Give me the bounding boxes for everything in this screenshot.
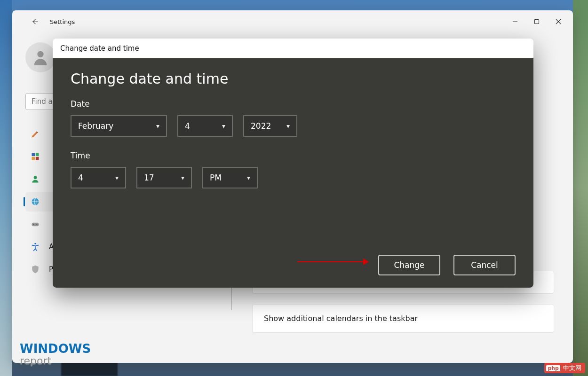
- minimize-icon: [512, 19, 518, 24]
- active-indicator: [24, 197, 25, 206]
- chevron-down-icon: ▾: [286, 122, 290, 130]
- svg-point-1: [37, 51, 43, 57]
- hour-selector[interactable]: 4 ▾: [71, 167, 126, 188]
- change-date-time-dialog: Change date and time Change date and tim…: [53, 39, 533, 288]
- ampm-value: PM: [210, 173, 222, 182]
- minimize-button[interactable]: [504, 13, 526, 31]
- wallpaper-left: [0, 0, 12, 376]
- dialog-actions: Change Cancel: [71, 250, 516, 275]
- annotation-arrow: [297, 258, 369, 265]
- back-button[interactable]: [25, 12, 44, 31]
- watermark-php-cn: php 中文网: [544, 363, 585, 373]
- dialog-titlebar: Change date and time: [53, 39, 533, 58]
- month-selector[interactable]: February ▾: [71, 115, 167, 137]
- time-selector-row: 4 ▾ 17 ▾ PM ▾: [71, 167, 516, 188]
- chevron-down-icon: ▾: [156, 122, 159, 130]
- globe-clock-icon: [30, 196, 40, 207]
- person-icon: [31, 48, 50, 67]
- window-controls: [504, 13, 569, 31]
- avatar: [25, 42, 56, 72]
- window-title: Settings: [50, 18, 75, 25]
- dialog-body: Change date and time Date February ▾ 4 ▾…: [53, 58, 533, 288]
- chevron-down-icon: ▾: [222, 122, 225, 130]
- svg-rect-5: [36, 157, 39, 160]
- day-value: 4: [185, 121, 190, 131]
- date-label: Date: [71, 99, 516, 109]
- chevron-down-icon: ▾: [247, 174, 250, 181]
- month-value: February: [78, 121, 113, 131]
- svg-rect-3: [36, 153, 39, 157]
- ampm-selector[interactable]: PM ▾: [202, 167, 258, 188]
- minute-selector[interactable]: 17 ▾: [136, 167, 192, 188]
- arrow-left-icon: [31, 17, 39, 26]
- dialog-heading: Change date and time: [71, 70, 516, 87]
- maximize-button[interactable]: [526, 13, 548, 31]
- chevron-down-icon: ▾: [181, 174, 184, 181]
- date-selector-row: February ▾ 4 ▾ 2022 ▾: [71, 115, 516, 137]
- close-button[interactable]: [548, 13, 569, 31]
- year-selector[interactable]: 2022 ▾: [243, 115, 297, 137]
- titlebar: Settings: [12, 10, 573, 33]
- chevron-down-icon: ▾: [115, 174, 119, 181]
- account-icon: [30, 174, 40, 184]
- svg-point-10: [36, 224, 37, 225]
- svg-rect-8: [32, 223, 39, 227]
- change-button[interactable]: Change: [378, 255, 440, 275]
- svg-point-11: [34, 243, 36, 244]
- svg-rect-4: [32, 157, 35, 160]
- cancel-button[interactable]: Cancel: [453, 255, 516, 275]
- watermark-windows-report: WINDOWS report: [20, 344, 91, 366]
- svg-point-6: [34, 176, 37, 179]
- svg-point-9: [33, 224, 34, 225]
- paintbrush-icon: [30, 129, 40, 139]
- apps-icon: [30, 151, 40, 162]
- day-selector[interactable]: 4 ▾: [177, 115, 233, 137]
- minute-value: 17: [144, 173, 154, 182]
- close-icon: [556, 19, 561, 24]
- maximize-icon: [534, 19, 540, 24]
- time-label: Time: [71, 151, 516, 160]
- additional-calendars-row[interactable]: Show additional calendars in the taskbar: [252, 304, 554, 333]
- gamepad-icon: [30, 219, 40, 229]
- svg-rect-2: [32, 153, 35, 157]
- wallpaper-right: [573, 0, 588, 376]
- svg-rect-0: [535, 20, 539, 24]
- shield-icon: [30, 264, 40, 274]
- hour-value: 4: [78, 173, 83, 182]
- year-value: 2022: [251, 121, 271, 131]
- accessibility-icon: [30, 242, 40, 252]
